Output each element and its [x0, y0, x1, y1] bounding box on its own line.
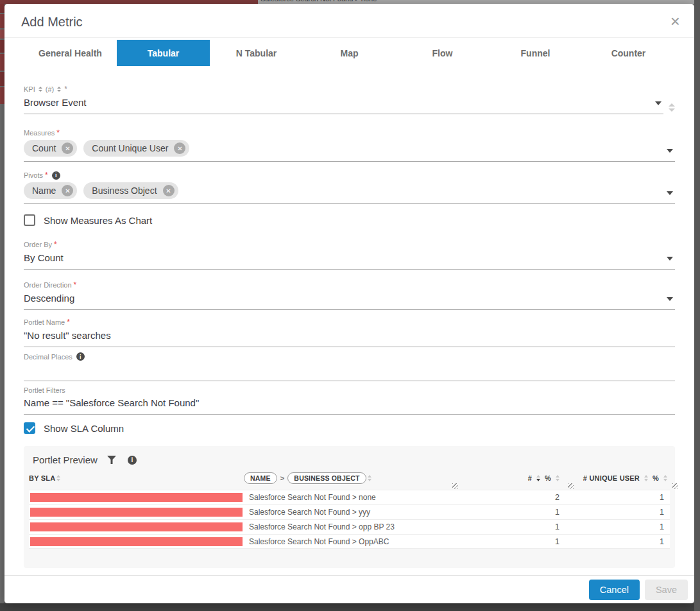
tab-tabular[interactable]: Tabular: [117, 40, 210, 66]
pivots-field: Pivots * i Name✕Business Object✕: [24, 171, 675, 204]
background-sla-bar: [0, 4, 4, 13]
order-direction-select[interactable]: Descending: [24, 292, 675, 310]
decimal-places-label-text: Decimal Places: [24, 353, 73, 361]
tab-counter[interactable]: Counter: [582, 40, 675, 66]
page-scrollbar[interactable]: [694, 0, 700, 611]
info-icon[interactable]: i: [76, 352, 85, 361]
chevron-down-icon[interactable]: [667, 257, 673, 261]
required-mark: *: [54, 240, 57, 249]
decimal-places-input[interactable]: [24, 363, 675, 381]
portlet-name-field: Portlet Name * "No result" searches: [24, 318, 675, 347]
decimal-places-field: Decimal Places i: [24, 352, 675, 381]
portlet-preview-title: Portlet Preview: [33, 454, 98, 465]
column-header-pivots[interactable]: NAME > BUSINESS OBJECT: [244, 472, 457, 484]
sort-icon[interactable]: [56, 475, 60, 481]
count-header-text: #: [528, 474, 532, 482]
number-spinner-icon[interactable]: [669, 103, 675, 114]
row-count: 2: [457, 493, 562, 502]
measures-chips: Count✕Count Unique User✕: [24, 140, 667, 157]
portlet-filters-input[interactable]: Name == "Salesforce Search Not Found": [24, 397, 675, 415]
kpi-select[interactable]: Browser Event: [24, 96, 663, 114]
row-count: 1: [457, 537, 562, 546]
chevron-down-icon[interactable]: [667, 149, 673, 153]
decimal-places-value: [24, 363, 675, 376]
sla-bar: [30, 493, 243, 502]
column-header-count[interactable]: # %: [457, 474, 562, 482]
kpi-field: KPI (#) * Browser Event: [24, 85, 675, 114]
by-sla-header-text: BY SLA: [29, 474, 55, 482]
background-page-bottom-sliver: [0, 603, 694, 611]
chip-remove-icon[interactable]: ✕: [62, 185, 73, 196]
background-sla-bar: [0, 14, 4, 28]
column-resize-handle-icon[interactable]: [672, 483, 678, 489]
tab-flow[interactable]: Flow: [396, 40, 489, 66]
close-icon[interactable]: ×: [670, 13, 680, 30]
modal-footer: Cancel Save: [4, 575, 694, 603]
chevron-down-icon[interactable]: [667, 191, 673, 195]
column-header-by-sla[interactable]: BY SLA: [29, 474, 244, 482]
row-unique-user: 1: [562, 537, 670, 546]
chip-label: Count Unique User: [92, 143, 168, 153]
show-sla-column-checkbox[interactable]: [24, 422, 35, 434]
show-measures-as-chart-label: Show Measures As Chart: [44, 215, 152, 226]
chip-remove-icon[interactable]: ✕: [174, 142, 185, 154]
kpi-unit-text: (#): [46, 85, 54, 93]
tab-n-tabular[interactable]: N Tabular: [210, 40, 303, 66]
column-resize-handle-icon[interactable]: [452, 483, 458, 489]
sla-bar: [30, 508, 243, 517]
portlet-filters-label: Portlet Filters: [24, 386, 675, 394]
sort-icon[interactable]: [644, 475, 648, 481]
pivots-label: Pivots * i: [24, 171, 675, 180]
show-sla-column-row: Show SLA Column: [24, 422, 675, 434]
column-resize-handle-icon[interactable]: [568, 483, 574, 489]
background-sla-bar: [0, 30, 4, 39]
row-name: Salesforce Search Not Found > OppABC: [244, 537, 457, 546]
sort-order-icon[interactable]: [38, 87, 42, 92]
tab-funnel[interactable]: Funnel: [489, 40, 582, 66]
measures-label: Measures *: [24, 128, 675, 137]
chip-label: Count: [32, 143, 56, 153]
required-mark: *: [67, 318, 70, 327]
order-by-select[interactable]: By Count: [24, 252, 675, 270]
order-direction-value: Descending: [24, 292, 667, 305]
measures-label-text: Measures: [24, 129, 55, 137]
sort-order-icon[interactable]: [57, 87, 61, 92]
tab-map[interactable]: Map: [303, 40, 396, 66]
save-button[interactable]: Save: [645, 580, 688, 600]
portlet-name-label-text: Portlet Name: [24, 318, 65, 326]
info-icon[interactable]: i: [52, 171, 60, 180]
column-header-unique-user[interactable]: # UNIQUE USER %: [562, 474, 670, 482]
required-mark: *: [74, 280, 77, 289]
portlet-preview-panel: Portlet Preview i BY SLA NAME > BUSINESS…: [24, 446, 675, 568]
background-row-text: Salesforce Search Not Found > none: [260, 0, 377, 3]
table-row: Salesforce Search Not Found > yyy11: [29, 504, 670, 519]
sla-bar: [30, 522, 243, 531]
tab-general-health[interactable]: General Health: [24, 40, 117, 66]
filter-icon[interactable]: [107, 456, 116, 464]
chip-remove-icon[interactable]: ✕: [62, 142, 73, 154]
cancel-button[interactable]: Cancel: [589, 580, 640, 600]
info-icon[interactable]: i: [128, 456, 137, 465]
decimal-places-label: Decimal Places i: [24, 352, 675, 361]
pivot-pill-business-object[interactable]: BUSINESS OBJECT: [287, 472, 366, 484]
sort-icon[interactable]: [663, 475, 667, 481]
pivot-pill-name[interactable]: NAME: [244, 472, 277, 484]
portlet-filters-label-text: Portlet Filters: [24, 386, 65, 394]
chevron-down-icon[interactable]: [655, 101, 662, 105]
chip-label: Name: [32, 185, 56, 196]
show-measures-as-chart-row: Show Measures As Chart: [24, 214, 675, 226]
table-row: Salesforce Search Not Found > opp BP 231…: [29, 519, 670, 534]
metric-form: KPI (#) * Browser Event Measures * C: [4, 85, 694, 568]
show-measures-as-chart-checkbox[interactable]: [24, 214, 35, 226]
sort-icon[interactable]: [556, 475, 559, 481]
chip-remove-icon[interactable]: ✕: [163, 185, 175, 196]
portlet-name-input[interactable]: "No result" searches: [24, 329, 675, 347]
required-mark: *: [45, 171, 48, 180]
background-sla-bar: [0, 54, 4, 71]
portlet-name-label: Portlet Name *: [24, 318, 675, 327]
measures-select[interactable]: Count✕Count Unique User✕: [24, 140, 675, 162]
chevron-down-icon[interactable]: [667, 297, 673, 301]
pivots-select[interactable]: Name✕Business Object✕: [24, 182, 675, 204]
sort-icon[interactable]: [368, 475, 371, 481]
sort-icon-active[interactable]: [536, 475, 540, 481]
